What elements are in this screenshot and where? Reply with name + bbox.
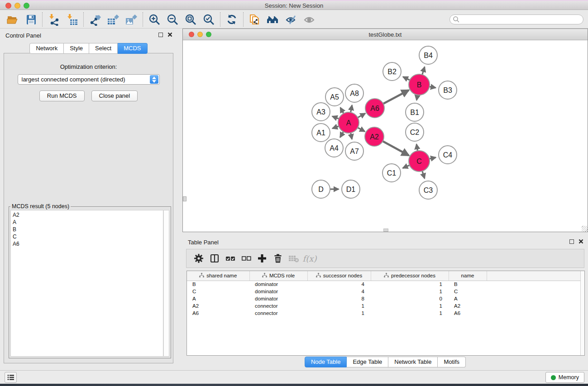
open-file-button[interactable] [4,12,22,27]
graph-edge-A6-B[interactable] [383,90,409,104]
table-cell[interactable]: B [187,281,249,288]
table-cell[interactable]: 1 [307,310,371,317]
mcds-result-item[interactable]: A [13,219,163,226]
table-cell[interactable]: A2 [449,302,487,310]
graph-edge-A-A4[interactable] [340,132,343,138]
graph-edge-A-A5[interactable] [340,108,344,114]
zoom-in-button[interactable] [145,12,163,27]
delete-column-button[interactable] [272,253,284,264]
column-header-name[interactable]: name [449,271,487,281]
graph-edge-A2-C[interactable] [382,141,409,155]
first-neighbors-button[interactable] [264,12,282,27]
tab-motifs[interactable]: Motifs [438,357,466,367]
table-row[interactable]: Bdominator41B [187,281,584,288]
table-cell[interactable]: connector [249,302,307,310]
graph-edge-A-A1[interactable] [332,126,339,129]
table-cell[interactable]: 0 [371,295,449,302]
table-cell[interactable]: 4 [307,281,371,288]
column-header-shared-name[interactable]: shared name [187,271,249,281]
show-columns-button[interactable] [209,253,220,264]
tab-select[interactable]: Select [89,43,118,54]
table-cell[interactable]: A [449,295,487,302]
search-input[interactable] [460,15,583,24]
tab-edge-table[interactable]: Edge Table [347,357,388,367]
tab-node-table[interactable]: Node Table [305,357,347,367]
table-cell[interactable]: dominator [249,281,307,288]
table-cell[interactable]: 1 [371,281,449,288]
canvas-bottom-handle[interactable] [383,229,388,232]
graph-edge-A-A3[interactable] [332,116,339,119]
table-cell[interactable]: 1 [307,302,371,310]
import-network-button[interactable] [45,12,63,27]
graph-edge-B-B2[interactable] [403,77,410,80]
float-panel-icon[interactable] [569,239,574,244]
table-cell[interactable]: B [449,281,487,288]
create-column-button[interactable] [256,253,268,264]
canvas-left-handle[interactable] [183,196,186,201]
table-cell[interactable]: connector [249,310,307,317]
run-mcds-button[interactable]: Run MCDS [39,91,85,101]
table-cell[interactable]: 1 [371,288,449,295]
result-list-scrollbar[interactable] [163,210,169,357]
graph-edge-A-A8[interactable] [351,105,352,112]
tab-network[interactable]: Network [29,43,64,54]
show-panels-button[interactable] [5,372,17,383]
table-cell[interactable]: 4 [307,288,371,295]
table-settings-button[interactable] [193,253,205,264]
table-cell[interactable]: C [449,288,487,295]
save-session-button[interactable] [22,12,40,27]
table-cell[interactable]: A [187,295,249,302]
criterion-dropdown[interactable]: largest connected component (directed) [18,74,160,85]
table-cell[interactable]: dominator [249,295,307,302]
table-row[interactable]: Adominator80A [187,295,584,302]
column-header-successor-nodes[interactable]: successor nodes [307,271,371,281]
graph-edge-C-C2[interactable] [416,144,417,151]
graph-edge-C-C1[interactable] [403,165,410,168]
table-cell[interactable]: C [187,288,249,295]
tab-style[interactable]: Style [64,43,89,54]
tab-network-table[interactable]: Network Table [388,357,438,367]
memory-button[interactable]: Memory [545,372,584,383]
graph-edge-B-B1[interactable] [416,95,417,100]
table-cell[interactable]: 1 [371,302,449,310]
close-panel-icon[interactable] [578,239,583,244]
column-header-predecessor-nodes[interactable]: predecessor nodes [371,271,449,281]
zoom-fit-button[interactable] [182,12,200,27]
table-scrollbar[interactable] [580,271,584,355]
float-panel-icon[interactable] [158,33,163,37]
mcds-result-item[interactable]: A6 [13,240,163,248]
function-builder-button[interactable]: f(x) [304,253,316,264]
table-cell[interactable]: 1 [371,310,449,317]
graph-edge-C-C4[interactable] [429,157,435,159]
close-panel-button[interactable]: Close panel [91,91,138,101]
refresh-button[interactable] [223,12,241,27]
select-all-button[interactable] [225,253,236,264]
close-panel-icon[interactable] [167,32,172,37]
export-network-button[interactable] [86,12,104,27]
graph-edge-A-A6[interactable] [358,114,365,118]
table-cell[interactable]: A6 [187,310,249,317]
table-row[interactable]: A6connector11A6 [187,310,584,317]
table-row[interactable]: Cdominator41C [187,288,584,295]
graph-edge-A-A2[interactable] [358,128,365,132]
network-canvas[interactable]: AA1A2A3A4A5A6A7A8BB1B2B3B4CC1C2C3C4DD1 [183,40,588,232]
resize-grip[interactable] [582,226,588,232]
graph-edge-C-C3[interactable] [422,171,425,178]
show-graphics-details-button[interactable] [300,12,318,27]
graph-edge-B-B4[interactable] [422,67,425,75]
export-image-button[interactable] [122,12,140,27]
mcds-result-list[interactable]: A2ABCA6 [10,210,163,357]
network-graph[interactable]: AA1A2A3A4A5A6A7A8BB1B2B3B4CC1C2C3C4DD1 [183,40,588,232]
table-cell[interactable]: A6 [449,310,487,317]
search-field[interactable] [449,14,583,24]
graph-edge-B-B3[interactable] [430,86,436,88]
hide-graphics-details-button[interactable] [282,12,300,27]
zoom-out-button[interactable] [163,12,182,27]
import-table-button[interactable] [63,12,81,27]
column-header-MCDS-role[interactable]: MCDS role [249,271,307,281]
mcds-result-item[interactable]: C [13,233,163,240]
new-network-from-selection-button[interactable] [246,12,264,27]
mcds-result-item[interactable]: A2 [13,211,163,219]
tab-mcds[interactable]: MCDS [118,43,147,54]
table-cell[interactable]: A2 [187,302,249,310]
